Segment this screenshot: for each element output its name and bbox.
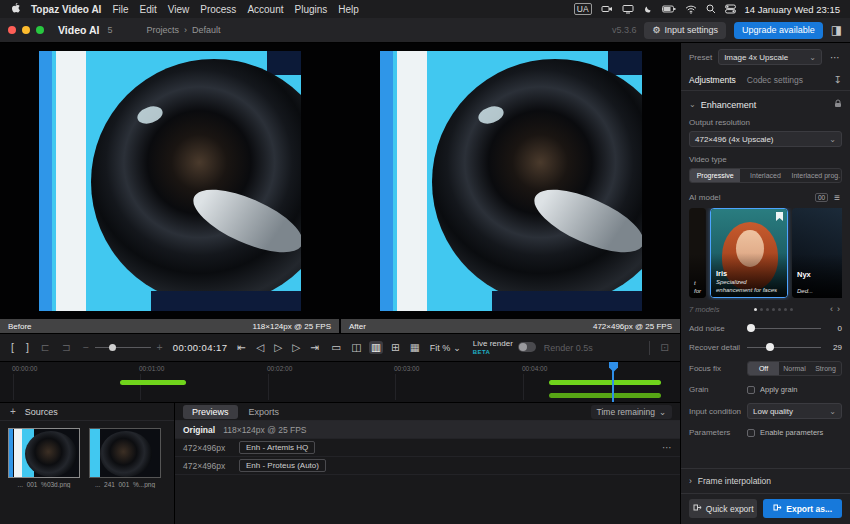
slider-knob[interactable] (747, 324, 755, 332)
menu-app-name[interactable]: Topaz Video AI (31, 4, 101, 15)
frame-interpolation-section[interactable]: › Frame interpolation (681, 468, 850, 493)
focus-fix-strong[interactable]: Strong (810, 362, 841, 375)
preview-range-segment[interactable] (549, 380, 661, 385)
next-frame-button[interactable]: ▷ (290, 341, 302, 354)
export-as-button[interactable]: Export as... (763, 499, 842, 518)
menu-item-view[interactable]: View (168, 4, 190, 15)
search-icon[interactable] (706, 4, 716, 14)
sidebar-toggle-icon[interactable]: ◨ (831, 23, 842, 37)
zoom-slider[interactable] (95, 344, 151, 352)
row-options-button[interactable]: ⋯ (662, 442, 672, 453)
zoom-in-button[interactable]: + (155, 341, 165, 354)
pagination-dot[interactable] (772, 308, 775, 311)
pagination-dot[interactable] (754, 308, 757, 311)
model-card-iris[interactable]: Iris Specialized enhancement for faces (710, 208, 788, 298)
apply-grain-checkbox[interactable]: Apply grain (747, 385, 798, 394)
set-out-point-button[interactable]: ] (24, 341, 31, 354)
fit-zoom-dropdown[interactable]: Fit % ⌄ (430, 343, 461, 353)
fullscreen-icon[interactable]: ⊡ (658, 341, 671, 354)
compare-view-button[interactable]: ▦ (408, 341, 422, 354)
control-center-icon[interactable] (725, 4, 736, 14)
timeline[interactable]: 00:00:00 00:01:00 00:02:00 00:03:00 00:0… (0, 361, 680, 402)
display-icon[interactable] (622, 4, 634, 14)
after-image-area[interactable] (341, 43, 680, 319)
wifi-icon[interactable] (685, 5, 697, 14)
previous-frame-button[interactable]: ◁ (254, 341, 266, 354)
tab-adjustments[interactable]: Adjustments (689, 75, 736, 85)
play-button[interactable]: ▷ (272, 341, 284, 354)
pagination-dot[interactable] (778, 308, 781, 311)
input-settings-button[interactable]: ⚙ Input settings (644, 22, 726, 39)
menu-item-file[interactable]: File (112, 4, 128, 15)
recover-detail-slider[interactable] (747, 342, 821, 352)
focus-fix-off[interactable]: Off (748, 362, 779, 375)
breadcrumb-current[interactable]: Default (192, 25, 221, 35)
menu-item-help[interactable]: Help (338, 4, 359, 15)
preset-options-button[interactable]: ⋯ (828, 52, 842, 63)
preview-row-original[interactable]: Original 118×124px @ 25 FPS (175, 421, 680, 439)
minimize-window-button[interactable] (22, 26, 30, 34)
close-window-button[interactable] (8, 26, 16, 34)
tab-previews[interactable]: Previews (183, 405, 238, 419)
split-view-button[interactable]: ◫ (349, 341, 363, 354)
source-item[interactable]: ..._001_%03d.png (8, 428, 80, 488)
enhancement-section-header[interactable]: ⌄ Enhancement (689, 99, 842, 110)
trim-out-icon[interactable]: ⊐ (60, 341, 73, 354)
pagination-dot[interactable] (766, 308, 769, 311)
set-in-point-button[interactable]: [ (9, 341, 16, 354)
source-thumbnail[interactable] (8, 428, 80, 478)
before-image-area[interactable] (0, 43, 339, 319)
single-view-button[interactable]: ▭ (329, 341, 343, 354)
live-render-toggle[interactable] (518, 342, 536, 352)
skip-to-start-button[interactable]: ⇤ (235, 341, 248, 354)
menu-item-account[interactable]: Account (247, 4, 283, 15)
source-thumbnail[interactable] (89, 428, 161, 478)
playhead-handle[interactable] (609, 362, 618, 372)
model-card-nyx[interactable]: Nyx Ded... (792, 208, 842, 298)
menu-item-process[interactable]: Process (200, 4, 236, 15)
checkbox-box[interactable] (747, 386, 755, 394)
preview-range-segment[interactable] (549, 393, 661, 398)
menu-clock[interactable]: 14 January Wed 23:15 (745, 4, 840, 15)
video-type-interlaced[interactable]: Interlaced (740, 169, 790, 182)
preview-row-proteus[interactable]: 472×496px Enh - Proteus (Auto) (175, 457, 680, 475)
input-source-indicator[interactable]: UA (574, 3, 592, 15)
apple-logo-icon[interactable] (10, 2, 20, 16)
breadcrumb-projects[interactable]: Projects (146, 25, 179, 35)
quad-view-button[interactable]: ⊞ (389, 341, 402, 354)
preset-dropdown[interactable]: Image 4x Upscale ⌄ (718, 49, 822, 65)
moon-icon[interactable] (643, 4, 653, 14)
time-remaining-dropdown[interactable]: Time remaining ⌄ (591, 405, 672, 419)
menu-item-edit[interactable]: Edit (140, 4, 157, 15)
menu-item-plugins[interactable]: Plugins (295, 4, 328, 15)
add-source-button[interactable]: + (8, 406, 18, 417)
input-condition-dropdown[interactable]: Low quality ⌄ (747, 403, 842, 419)
skip-to-end-button[interactable]: ⇥ (308, 341, 321, 354)
battery-icon[interactable] (662, 5, 676, 13)
carousel-next-button[interactable]: › (835, 304, 842, 314)
zoom-out-button[interactable]: − (80, 341, 90, 354)
focus-fix-normal[interactable]: Normal (779, 362, 810, 375)
zoom-window-button[interactable] (36, 26, 44, 34)
add-noise-slider[interactable] (747, 323, 821, 333)
preview-range-segment[interactable] (120, 380, 186, 385)
source-item[interactable]: ..._241_001_%...png (89, 428, 161, 488)
pagination-dot[interactable] (784, 308, 787, 311)
video-type-interlaced-prog[interactable]: Interlaced prog. (791, 169, 841, 182)
enable-parameters-checkbox[interactable]: Enable parameters (747, 428, 823, 437)
upgrade-available-button[interactable]: Upgrade available (734, 22, 823, 39)
quick-export-button[interactable]: Quick export (689, 499, 757, 518)
zoom-slider-knob[interactable] (109, 344, 116, 351)
video-type-progressive[interactable]: Progressive (690, 169, 740, 182)
model-list-icon[interactable]: ≡ (832, 192, 842, 203)
carousel-prev-button[interactable]: ‹ (828, 304, 835, 314)
save-preset-icon[interactable]: ↧ (834, 74, 842, 85)
model-card-partial-left[interactable]: t for (689, 208, 706, 298)
pagination-dot[interactable] (760, 308, 763, 311)
trim-in-icon[interactable]: ⊏ (39, 341, 52, 354)
camera-icon[interactable] (601, 4, 613, 14)
output-resolution-dropdown[interactable]: 472×496 (4x Upscale) ⌄ (689, 131, 842, 147)
slider-knob[interactable] (766, 343, 774, 351)
tab-exports[interactable]: Exports (240, 405, 289, 419)
preview-row-artemis[interactable]: 472×496px Enh - Artemis HQ ⋯ (175, 439, 680, 457)
